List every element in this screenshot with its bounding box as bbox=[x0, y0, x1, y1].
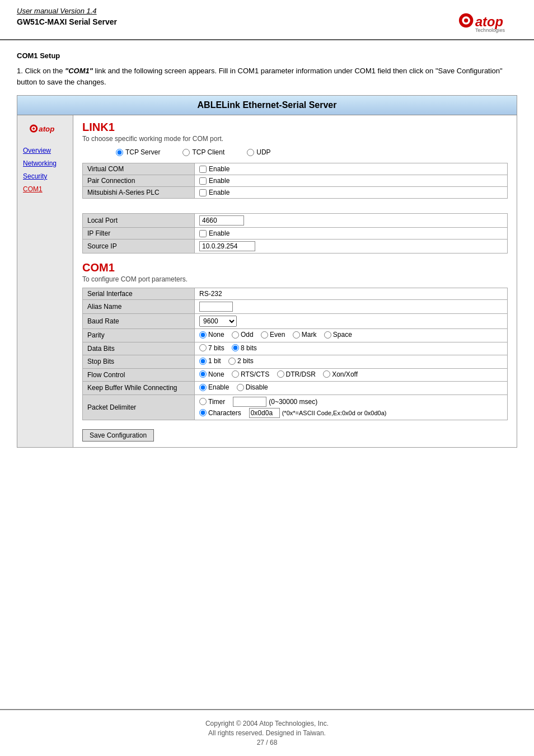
mitsubishi-label: Mitsubishi A-Series PLC bbox=[83, 187, 195, 199]
pair-connection-value: Enable bbox=[195, 175, 508, 187]
keep-buffer-enable[interactable]: Enable bbox=[199, 383, 229, 391]
ip-filter-value: Enable bbox=[195, 228, 508, 240]
local-port-input[interactable] bbox=[199, 215, 244, 226]
parity-odd[interactable]: Odd bbox=[232, 331, 254, 339]
footer-rights: All rights reserved. Designed in Taiwan. bbox=[17, 729, 517, 737]
packet-timer-line: Timer (0~30000 msec) bbox=[199, 397, 503, 407]
sidebar-item-com1[interactable]: COM1 bbox=[17, 182, 73, 195]
panel-header-title: ABLELink Ethernet-Serial Server bbox=[198, 100, 337, 110]
link1-settings-table: Virtual COM Enable Pair Connection bbox=[82, 163, 508, 199]
stop-bits-2[interactable]: 2 bits bbox=[228, 357, 254, 365]
panel-header: ABLELink Ethernet-Serial Server bbox=[17, 96, 517, 115]
sidebar-item-security[interactable]: Security bbox=[17, 170, 73, 182]
mitsubishi-row: Mitsubishi A-Series PLC Enable bbox=[83, 187, 508, 199]
instruction-text: 1. Click on the "COM1" link and the foll… bbox=[17, 65, 517, 87]
pair-connection-checkbox[interactable] bbox=[199, 177, 207, 185]
parity-label: Parity bbox=[83, 329, 195, 342]
virtual-com-checkbox-label[interactable]: Enable bbox=[199, 165, 503, 173]
alias-name-input[interactable] bbox=[199, 302, 233, 312]
flow-none[interactable]: None bbox=[199, 370, 224, 378]
link1-subtitle: To choose specific working mode for COM … bbox=[82, 135, 508, 143]
keep-buffer-row: Keep Buffer While Connecting Enable Disa… bbox=[83, 382, 508, 395]
source-ip-label: Source IP bbox=[83, 240, 195, 253]
data-bits-label: Data Bits bbox=[83, 342, 195, 355]
source-ip-row: Source IP bbox=[83, 240, 508, 253]
parity-value: None Odd Even Mark Space bbox=[195, 329, 508, 342]
data-bits-7[interactable]: 7 bits bbox=[199, 344, 224, 352]
ip-filter-checkbox[interactable] bbox=[199, 230, 207, 237]
sidebar: atop Overview Networking Security COM1 bbox=[17, 115, 73, 447]
baud-rate-row: Baud Rate 1200 2400 4800 9600 19200 3840… bbox=[83, 314, 508, 329]
parity-mark[interactable]: Mark bbox=[293, 331, 317, 339]
packet-chars-hint: (*0x*=ASCII Code,Ex:0x0d or 0x0d0a) bbox=[282, 410, 387, 416]
flow-dtrdsr[interactable]: DTR/DSR bbox=[277, 370, 316, 378]
serial-interface-label: Serial Interface bbox=[83, 288, 195, 300]
flow-control-row: Flow Control None RTS/CTS DTR/DSR Xon/Xo… bbox=[83, 368, 508, 382]
udp-option[interactable]: UDP bbox=[247, 148, 270, 156]
parity-even[interactable]: Even bbox=[261, 331, 285, 339]
tcp-server-option[interactable]: TCP Server bbox=[116, 148, 160, 156]
data-bits-value: 7 bits 8 bits bbox=[195, 342, 508, 355]
flow-rtscts[interactable]: RTS/CTS bbox=[232, 370, 269, 378]
packet-timer-hint: (0~30000 msec) bbox=[269, 398, 317, 406]
packet-chars-input[interactable] bbox=[249, 408, 280, 418]
alias-name-row: Alias Name bbox=[83, 300, 508, 314]
tcp-server-radio[interactable] bbox=[116, 149, 123, 156]
stop-bits-value: 1 bit 2 bits bbox=[195, 355, 508, 369]
manual-title: User manual Version 1.4 bbox=[17, 7, 117, 15]
virtual-com-row: Virtual COM Enable bbox=[83, 163, 508, 175]
ip-filter-row: IP Filter Enable bbox=[83, 228, 508, 240]
content-area: LINK1 To choose specific working mode fo… bbox=[73, 115, 517, 447]
com1-section-subtitle: To configure COM port parameters. bbox=[82, 275, 508, 283]
packet-chars-line: Characters (*0x*=ASCII Code,Ex:0x0d or 0… bbox=[199, 408, 503, 418]
baud-rate-select[interactable]: 1200 2400 4800 9600 19200 38400 57600 11… bbox=[199, 316, 237, 327]
source-ip-value bbox=[195, 240, 508, 253]
keep-buffer-disable[interactable]: Disable bbox=[237, 383, 268, 391]
product-title: GW51C-MAXI Serial Server bbox=[17, 17, 117, 26]
mitsubishi-checkbox[interactable] bbox=[199, 189, 207, 196]
parity-space[interactable]: Space bbox=[324, 331, 352, 339]
pair-connection-label: Pair Connection bbox=[83, 175, 195, 187]
mitsubishi-checkbox-label[interactable]: Enable bbox=[199, 189, 503, 196]
udp-radio[interactable] bbox=[247, 149, 254, 156]
local-port-row: Local Port bbox=[83, 214, 508, 228]
packet-timer-option[interactable]: Timer bbox=[199, 398, 225, 406]
packet-delimiter-value: Timer (0~30000 msec) Characters bbox=[195, 395, 508, 420]
flow-control-value: None RTS/CTS DTR/DSR Xon/Xoff bbox=[195, 368, 508, 382]
stop-bits-label: Stop Bits bbox=[83, 355, 195, 369]
ip-filter-checkbox-label[interactable]: Enable bbox=[199, 229, 503, 237]
packet-timer-input[interactable] bbox=[233, 397, 266, 407]
svg-point-7 bbox=[32, 128, 35, 130]
data-bits-8[interactable]: 8 bits bbox=[232, 344, 257, 352]
packet-delimiter-options: Timer (0~30000 msec) Characters bbox=[199, 397, 503, 418]
stop-bits-1[interactable]: 1 bit bbox=[199, 357, 221, 365]
flow-xonxoff[interactable]: Xon/Xoff bbox=[323, 370, 358, 378]
link1-title: LINK1 bbox=[82, 121, 508, 134]
mitsubishi-value: Enable bbox=[195, 187, 508, 199]
baud-rate-label: Baud Rate bbox=[83, 314, 195, 329]
save-button-row: Save Configuration bbox=[82, 426, 508, 442]
packet-delimiter-label: Packet Delimiter bbox=[83, 395, 195, 420]
parity-none[interactable]: None bbox=[199, 331, 224, 339]
keep-buffer-value: Enable Disable bbox=[195, 382, 508, 395]
virtual-com-checkbox[interactable] bbox=[199, 166, 207, 173]
svg-text:Technologies: Technologies bbox=[475, 27, 505, 33]
keep-buffer-label: Keep Buffer While Connecting bbox=[83, 382, 195, 395]
svg-text:atop: atop bbox=[475, 15, 503, 29]
save-configuration-button[interactable]: Save Configuration bbox=[82, 429, 154, 442]
sidebar-nav: Overview Networking Security COM1 bbox=[17, 144, 73, 195]
stop-bits-row: Stop Bits 1 bit 2 bits bbox=[83, 355, 508, 369]
network-settings-table: Local Port IP Filter Enable bbox=[82, 213, 508, 253]
sidebar-logo: atop bbox=[27, 121, 63, 137]
sidebar-item-overview[interactable]: Overview bbox=[17, 144, 73, 157]
sidebar-item-networking[interactable]: Networking bbox=[17, 157, 73, 170]
com1-table: Serial Interface RS-232 Alias Name Baud bbox=[82, 288, 508, 420]
ip-filter-label: IP Filter bbox=[83, 228, 195, 240]
pair-connection-checkbox-label[interactable]: Enable bbox=[199, 177, 503, 185]
tcp-client-option[interactable]: TCP Client bbox=[182, 148, 224, 156]
tcp-client-radio[interactable] bbox=[182, 149, 190, 156]
source-ip-input[interactable] bbox=[199, 241, 255, 251]
packet-chars-option[interactable]: Characters bbox=[199, 409, 241, 417]
packet-delimiter-row: Packet Delimiter Timer (0~3 bbox=[83, 395, 508, 420]
ui-panel: ABLELink Ethernet-Serial Server atop bbox=[17, 95, 517, 448]
